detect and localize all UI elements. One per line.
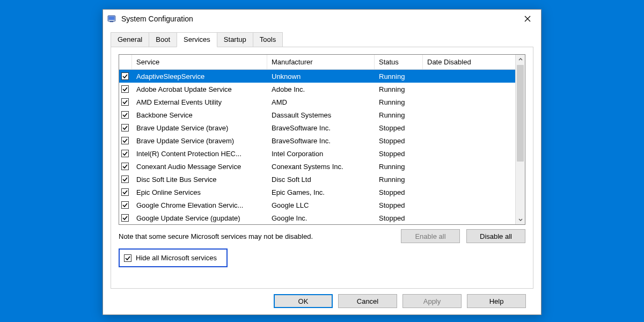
- table-row[interactable]: Google Update Service (gupdate)Google In…: [119, 211, 515, 224]
- row-checkbox[interactable]: [121, 72, 129, 80]
- dialog-body: GeneralBootServicesStartupTools Service …: [103, 28, 541, 314]
- row-checkbox-cell[interactable]: [119, 150, 132, 157]
- row-checkbox[interactable]: [121, 175, 129, 183]
- listview-header: Service Manufacturer Status Date Disable…: [119, 55, 515, 70]
- scroll-down-button[interactable]: [516, 215, 525, 224]
- cancel-button[interactable]: Cancel: [338, 294, 397, 308]
- row-checkbox[interactable]: [121, 111, 129, 119]
- hide-microsoft-checkbox-group[interactable]: Hide all Microsoft services: [119, 248, 228, 267]
- column-manufacturer[interactable]: Manufacturer: [267, 55, 375, 69]
- table-row[interactable]: Adobe Acrobat Update ServiceAdobe Inc.Ru…: [119, 83, 515, 96]
- svg-rect-1: [108, 17, 114, 20]
- cell-status: Stopped: [375, 201, 423, 209]
- cell-service: Epic Online Services: [132, 188, 267, 196]
- cell-manufacturer: Epic Games, Inc.: [267, 188, 375, 196]
- row-checkbox[interactable]: [121, 150, 129, 157]
- cell-manufacturer: BraveSoftware Inc.: [267, 124, 375, 132]
- apply-button[interactable]: Apply: [402, 294, 462, 308]
- cell-manufacturer: Disc Soft Ltd: [267, 175, 375, 184]
- scrollbar-vertical[interactable]: [515, 55, 525, 224]
- titlebar: System Configuration: [103, 10, 541, 28]
- cell-service: Brave Update Service (bravem): [132, 137, 267, 145]
- ok-button[interactable]: OK: [274, 294, 333, 308]
- chevron-up-icon: [518, 57, 523, 62]
- msconfig-icon: [107, 14, 117, 24]
- row-checkbox[interactable]: [121, 188, 129, 196]
- cell-status: Stopped: [375, 188, 423, 196]
- cell-status: Running: [375, 85, 423, 93]
- tab-tools[interactable]: Tools: [253, 32, 283, 47]
- cell-service: Backbone Service: [132, 111, 267, 119]
- cell-status: Stopped: [375, 214, 423, 222]
- help-button[interactable]: Help: [467, 294, 526, 308]
- table-row[interactable]: Google Chrome Elevation Servic...Google …: [119, 199, 515, 211]
- disable-all-button[interactable]: Disable all: [466, 229, 525, 243]
- tab-general[interactable]: General: [111, 32, 149, 47]
- row-checkbox-cell[interactable]: [119, 72, 132, 80]
- close-button[interactable]: [515, 10, 540, 27]
- row-checkbox-cell[interactable]: [119, 188, 132, 196]
- table-row[interactable]: Conexant Audio Message ServiceConexant S…: [119, 160, 515, 173]
- cell-status: Running: [375, 163, 423, 171]
- checkmark-icon: [122, 86, 128, 92]
- row-checkbox[interactable]: [121, 124, 129, 131]
- enable-all-button[interactable]: Enable all: [401, 229, 460, 243]
- row-checkbox-cell[interactable]: [119, 111, 132, 119]
- cell-manufacturer: AMD: [267, 98, 375, 106]
- row-checkbox[interactable]: [121, 201, 129, 209]
- scroll-track[interactable]: [516, 64, 525, 215]
- cell-service: AMD External Events Utility: [132, 98, 267, 106]
- row-checkbox[interactable]: [121, 98, 129, 106]
- cell-manufacturer: Adobe Inc.: [267, 85, 375, 93]
- checkmark-icon: [122, 125, 128, 130]
- cell-manufacturer: Intel Corporation: [267, 150, 375, 158]
- row-checkbox-cell[interactable]: [119, 98, 132, 106]
- cell-manufacturer: Unknown: [267, 72, 375, 80]
- cell-service: AdaptiveSleepService: [132, 72, 267, 80]
- checkmark-icon: [122, 151, 128, 156]
- checkmark-icon: [122, 99, 128, 105]
- scroll-up-button[interactable]: [516, 55, 525, 64]
- table-row[interactable]: AMD External Events UtilityAMDRunning: [119, 96, 515, 108]
- system-configuration-window: System Configuration GeneralBootServices…: [103, 9, 541, 315]
- tab-services-page: Service Manufacturer Status Date Disable…: [111, 47, 533, 289]
- services-listview[interactable]: Service Manufacturer Status Date Disable…: [119, 54, 525, 225]
- row-checkbox-cell[interactable]: [119, 137, 132, 144]
- row-checkbox-cell[interactable]: [119, 201, 132, 209]
- row-checkbox-cell[interactable]: [119, 124, 132, 131]
- cell-service: Google Chrome Elevation Servic...: [132, 201, 267, 209]
- note-text: Note that some secure Microsoft services…: [119, 232, 394, 240]
- tab-boot[interactable]: Boot: [149, 32, 177, 47]
- table-row[interactable]: Brave Update Service (brave)BraveSoftwar…: [119, 121, 515, 134]
- row-checkbox[interactable]: [121, 163, 129, 170]
- row-checkbox-cell[interactable]: [119, 175, 132, 183]
- tab-services[interactable]: Services: [177, 32, 217, 47]
- column-date-disabled[interactable]: Date Disabled: [423, 55, 498, 69]
- row-checkbox[interactable]: [121, 214, 129, 222]
- checkmark-icon: [122, 189, 128, 195]
- table-row[interactable]: Intel(R) Content Protection HEC...Intel …: [119, 147, 515, 160]
- table-row[interactable]: Brave Update Service (bravem)BraveSoftwa…: [119, 134, 515, 147]
- table-row[interactable]: AdaptiveSleepServiceUnknownRunning: [119, 70, 515, 83]
- checkmark-icon: [122, 138, 128, 143]
- row-checkbox-cell[interactable]: [119, 163, 132, 170]
- row-checkbox-cell[interactable]: [119, 85, 132, 93]
- table-row[interactable]: Epic Online ServicesEpic Games, Inc.Stop…: [119, 186, 515, 199]
- table-row[interactable]: Backbone ServiceDassault SystemesRunning: [119, 108, 515, 121]
- cell-manufacturer: BraveSoftware Inc.: [267, 137, 375, 145]
- column-status[interactable]: Status: [375, 55, 423, 69]
- scroll-thumb[interactable]: [517, 65, 524, 162]
- cell-service: Google Update Service (gupdate): [132, 214, 267, 222]
- table-row[interactable]: Disc Soft Lite Bus ServiceDisc Soft LtdR…: [119, 173, 515, 186]
- column-checkbox[interactable]: [119, 55, 132, 69]
- row-checkbox[interactable]: [121, 85, 129, 93]
- tab-startup[interactable]: Startup: [217, 32, 253, 47]
- cell-status: Stopped: [375, 150, 423, 158]
- row-checkbox-cell[interactable]: [119, 214, 132, 222]
- cell-service: Disc Soft Lite Bus Service: [132, 175, 267, 184]
- hide-microsoft-checkbox[interactable]: [124, 254, 131, 262]
- tab-strip: GeneralBootServicesStartupTools: [111, 32, 533, 47]
- column-service[interactable]: Service: [132, 55, 267, 69]
- close-icon: [524, 16, 531, 22]
- row-checkbox[interactable]: [121, 137, 129, 144]
